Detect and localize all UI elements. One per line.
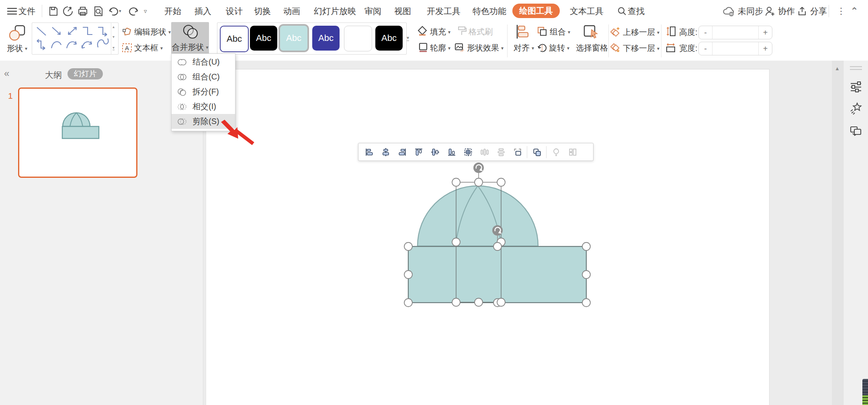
share-button[interactable]: 分享 [810, 0, 827, 22]
group-button[interactable]: 组合▾ [550, 26, 570, 37]
edit-shape-button[interactable]: 编辑形状▾ [134, 26, 171, 37]
menu-item-union[interactable]: 结合(U) [172, 55, 235, 69]
rotate-handle-chord[interactable] [473, 163, 484, 173]
shape-effects-button[interactable]: 形状效果▾ [467, 43, 504, 53]
fill-button[interactable]: 填充▾ [430, 26, 450, 37]
tab-outline[interactable]: 大纲 [45, 69, 62, 81]
style-gallery-more-icon[interactable]: ▾ [407, 35, 409, 41]
collapse-ribbon-icon[interactable]: ⌃ [850, 0, 858, 22]
tab-slideshow[interactable]: 幻灯片放映 [314, 0, 356, 22]
outline-button[interactable]: 轮廓▾ [430, 43, 450, 53]
tab-transitions[interactable]: 切换 [254, 0, 271, 22]
scroll-up-icon[interactable]: ▲ [835, 65, 840, 71]
save-icon[interactable] [48, 6, 59, 17]
align-button[interactable]: 对齐▾ [514, 43, 534, 53]
search-icon[interactable] [617, 6, 627, 16]
quickbar-more-icon[interactable]: ▿ [144, 0, 147, 22]
rotate-handle-rect[interactable] [492, 225, 503, 236]
resize-to-fit-icon[interactable] [509, 145, 526, 159]
tab-animation[interactable]: 动画 [283, 0, 300, 22]
text-box-button[interactable]: 文本框▾ [134, 43, 163, 53]
hamburger-menu-icon[interactable] [6, 6, 18, 17]
width-decrease-button[interactable]: - [699, 42, 712, 55]
animation-effects-icon[interactable] [849, 102, 863, 115]
align-middle-vertical-icon[interactable] [427, 145, 443, 159]
slide-transition-icon[interactable] [849, 124, 863, 137]
send-backward-icon [610, 43, 620, 53]
rectangle-shape[interactable] [408, 246, 586, 303]
align-center-horizontal-icon[interactable] [377, 145, 394, 159]
print-icon[interactable] [77, 6, 88, 17]
style-swatch-6[interactable]: Abc [375, 26, 403, 51]
style-swatch-5[interactable]: Abc [344, 26, 372, 51]
menu-item-intersect[interactable]: 相交(I) [172, 99, 235, 114]
style-swatch-2[interactable]: Abc [250, 26, 277, 51]
align-bottom-icon[interactable] [443, 145, 460, 159]
width-stepper: - + [698, 42, 772, 55]
tab-drawing-tools-active[interactable]: 绘图工具 [512, 4, 560, 18]
object-properties-icon[interactable] [849, 80, 863, 94]
gallery-more-icon[interactable]: ▾ [113, 45, 115, 50]
tab-developer[interactable]: 开发工具 [427, 0, 461, 22]
menu-find[interactable]: 查找 [628, 0, 645, 22]
tab-home[interactable]: 开始 [164, 0, 181, 22]
tab-review[interactable]: 审阅 [364, 0, 381, 22]
bring-forward-button[interactable]: 上移一层▾ [623, 27, 659, 38]
slide-canvas[interactable] [206, 69, 770, 405]
style-swatch-4[interactable]: Abc [312, 26, 340, 51]
height-increase-button[interactable]: + [759, 26, 772, 39]
export-icon[interactable] [62, 6, 74, 17]
collaborate-button[interactable]: 协作 [778, 0, 795, 22]
rotate-button[interactable]: 旋转▾ [549, 43, 569, 53]
sync-status[interactable]: 未同步 [738, 0, 763, 22]
tab-insert[interactable]: 插入 [194, 0, 211, 22]
editing-workspace [203, 61, 832, 405]
slide-thumbnail-1[interactable] [18, 88, 137, 178]
send-backward-button[interactable]: 下移一层▾ [623, 43, 659, 54]
tab-special-features[interactable]: 特色功能 [473, 0, 506, 22]
collapse-panel-icon[interactable]: « [4, 68, 9, 79]
gallery-scroll-up-icon[interactable]: ▴ [113, 24, 115, 29]
undo-icon[interactable] [108, 6, 119, 17]
selection-pane-button[interactable]: 选择窗格 [576, 43, 608, 53]
tab-view[interactable]: 视图 [394, 0, 411, 22]
selection-pane-icon [583, 24, 599, 39]
divider [527, 146, 527, 158]
center-in-slide-icon[interactable] [460, 145, 476, 159]
collaborate-icon[interactable] [764, 6, 776, 17]
share-icon[interactable] [797, 6, 808, 17]
vertical-scrollbar[interactable]: ▲ [832, 61, 843, 405]
width-label: 宽度: [679, 43, 698, 54]
align-left-icon[interactable] [361, 145, 377, 159]
rotate-icon [537, 42, 547, 53]
width-increase-button[interactable]: + [759, 42, 772, 55]
shapes-icon[interactable] [9, 24, 26, 41]
line-shape-options[interactable] [34, 24, 110, 53]
style-swatch-3-selected[interactable]: Abc [280, 26, 307, 51]
sidebar-drag-handle-icon[interactable] [849, 65, 863, 71]
height-input[interactable] [712, 26, 759, 39]
group-shapes-icon[interactable] [528, 145, 545, 159]
dome-shape[interactable] [418, 186, 538, 246]
width-input[interactable] [712, 42, 759, 55]
tab-slides-active[interactable]: 幻灯片 [68, 68, 103, 79]
align-right-icon[interactable] [394, 145, 410, 159]
height-decrease-button[interactable]: - [699, 26, 712, 39]
system-overlay-widget [862, 379, 868, 405]
print-preview-icon[interactable] [93, 6, 104, 17]
style-swatch-1[interactable]: Abc [220, 26, 249, 52]
menu-item-fragment[interactable]: 拆分(F) [172, 84, 235, 99]
cloud-sync-icon[interactable] [723, 5, 735, 17]
align-top-icon[interactable] [410, 145, 427, 159]
tab-text-tools[interactable]: 文本工具 [570, 0, 604, 22]
more-options-icon[interactable]: ⋮ [837, 0, 845, 22]
redo-icon[interactable] [128, 6, 139, 17]
shapes-button[interactable]: 形状▾ [7, 43, 27, 54]
file-menu[interactable]: 文件 [18, 0, 35, 22]
undo-dropdown-arrow[interactable]: ▾ [119, 0, 121, 22]
tab-design[interactable]: 设计 [226, 0, 243, 22]
menu-item-combine[interactable]: 组合(C) [172, 69, 235, 84]
merge-shapes-button[interactable]: 合并形状▾ [171, 22, 209, 55]
top-menu-bar: 文件 ▾ ▿ 开始 插入 设计 切换 动画 幻灯片放映 审阅 视图 开发工具 特… [0, 0, 868, 22]
gallery-scroll-down-icon[interactable]: ▾ [113, 35, 115, 39]
